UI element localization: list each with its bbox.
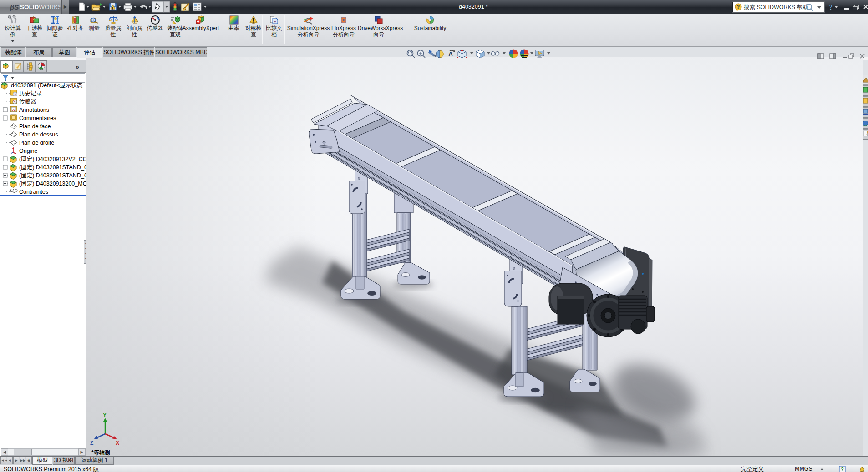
svg-text:Contraintes: Contraintes [19, 189, 48, 195]
svg-text:?: ? [737, 4, 740, 10]
svg-text:βS: βS [10, 3, 19, 11]
svg-text:*等轴测: *等轴测 [91, 449, 110, 456]
svg-text:X: X [116, 440, 119, 446]
svg-text:?: ? [274, 20, 276, 24]
svg-text:历史记录: 历史记录 [19, 90, 42, 97]
svg-text:Plan de droite: Plan de droite [19, 140, 54, 146]
svg-text:Y: Y [103, 412, 107, 418]
svg-text:A: A [448, 50, 453, 58]
svg-text:搜索 SOLIDWORKS 帮助: 搜索 SOLIDWORKS 帮助 [744, 4, 808, 10]
svg-text:传感器: 传感器 [19, 98, 36, 105]
svg-text:Plan de face: Plan de face [19, 123, 51, 130]
svg-text:(固定) D4032091STAND_0: (固定) D4032091STAND_0 [19, 164, 86, 171]
svg-text:Origine: Origine [19, 148, 37, 154]
svg-text:SOLIDWORKS: SOLIDWORKS [20, 4, 61, 10]
svg-text:d4032091 (Défaut<显示状态: d4032091 (Défaut<显示状态 [11, 82, 82, 89]
svg-text:Annotations: Annotations [19, 107, 49, 113]
svg-text:Z: Z [90, 440, 93, 446]
svg-text:(固定) D4032091STAND_0: (固定) D4032091STAND_0 [19, 172, 86, 179]
svg-text:?: ? [841, 467, 844, 472]
svg-text:!: ! [112, 6, 113, 11]
svg-text:A: A [12, 108, 15, 112]
svg-text:Commentaires: Commentaires [19, 115, 56, 121]
svg-text:(固定) D40320913200_MC: (固定) D40320913200_MC [19, 181, 86, 187]
svg-text:(固定) D403209132V2_CO: (固定) D403209132V2_CO [19, 156, 86, 162]
svg-text:Plan de dessus: Plan de dessus [19, 131, 58, 138]
svg-text:?: ? [829, 4, 832, 11]
